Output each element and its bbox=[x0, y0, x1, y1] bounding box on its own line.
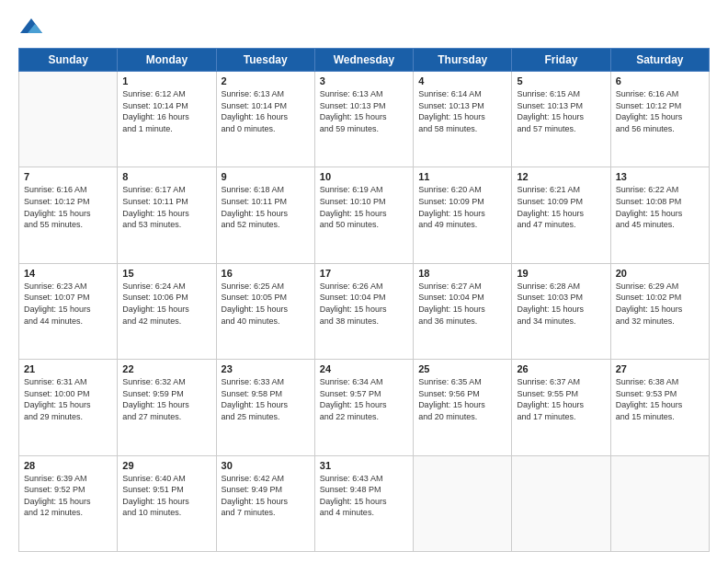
calendar-cell: 9Sunrise: 6:18 AMSunset: 10:11 PMDayligh… bbox=[216, 167, 314, 263]
day-header-tuesday: Tuesday bbox=[216, 49, 314, 72]
day-number: 16 bbox=[222, 268, 310, 279]
calendar-cell bbox=[19, 72, 118, 167]
day-info: Sunrise: 6:33 AMSunset: 9:58 PMDaylight:… bbox=[222, 376, 310, 422]
day-info: Sunrise: 6:42 AMSunset: 9:49 PMDaylight:… bbox=[222, 473, 310, 519]
day-number: 17 bbox=[320, 268, 408, 279]
day-header-sunday: Sunday bbox=[19, 49, 118, 72]
day-info: Sunrise: 6:17 AMSunset: 10:11 PMDaylight… bbox=[122, 184, 210, 230]
calendar-cell: 19Sunrise: 6:28 AMSunset: 10:03 PMDaylig… bbox=[512, 263, 610, 359]
day-header-saturday: Saturday bbox=[610, 49, 709, 72]
day-info: Sunrise: 6:21 AMSunset: 10:09 PMDaylight… bbox=[517, 184, 605, 230]
calendar-cell: 23Sunrise: 6:33 AMSunset: 9:58 PMDayligh… bbox=[216, 360, 314, 455]
day-info: Sunrise: 6:40 AMSunset: 9:51 PMDaylight:… bbox=[122, 473, 210, 519]
calendar: SundayMondayTuesdayWednesdayThursdayFrid… bbox=[18, 48, 710, 552]
day-number: 25 bbox=[418, 363, 506, 374]
day-number: 13 bbox=[616, 171, 704, 182]
calendar-cell: 20Sunrise: 6:29 AMSunset: 10:02 PMDaylig… bbox=[610, 263, 709, 359]
day-info: Sunrise: 6:29 AMSunset: 10:02 PMDaylight… bbox=[616, 281, 704, 327]
calendar-cell: 16Sunrise: 6:25 AMSunset: 10:05 PMDaylig… bbox=[216, 263, 314, 359]
calendar-cell: 3Sunrise: 6:13 AMSunset: 10:13 PMDayligh… bbox=[314, 72, 413, 167]
calendar-cell: 13Sunrise: 6:22 AMSunset: 10:08 PMDaylig… bbox=[610, 167, 709, 263]
day-number: 20 bbox=[616, 268, 704, 279]
day-number: 4 bbox=[418, 75, 506, 86]
day-info: Sunrise: 6:23 AMSunset: 10:07 PMDaylight… bbox=[24, 281, 112, 327]
day-info: Sunrise: 6:35 AMSunset: 9:56 PMDaylight:… bbox=[418, 376, 506, 422]
day-number: 9 bbox=[222, 171, 310, 182]
day-info: Sunrise: 6:38 AMSunset: 9:53 PMDaylight:… bbox=[616, 376, 704, 422]
day-number: 26 bbox=[517, 363, 605, 374]
day-number: 19 bbox=[517, 268, 605, 279]
day-info: Sunrise: 6:37 AMSunset: 9:55 PMDaylight:… bbox=[517, 376, 605, 422]
day-info: Sunrise: 6:13 AMSunset: 10:14 PMDaylight… bbox=[222, 88, 310, 134]
day-header-friday: Friday bbox=[512, 49, 610, 72]
calendar-cell: 5Sunrise: 6:15 AMSunset: 10:13 PMDayligh… bbox=[512, 72, 610, 167]
calendar-cell: 24Sunrise: 6:34 AMSunset: 9:57 PMDayligh… bbox=[314, 360, 413, 455]
day-info: Sunrise: 6:34 AMSunset: 9:57 PMDaylight:… bbox=[320, 376, 408, 422]
logo bbox=[18, 15, 48, 40]
calendar-cell: 4Sunrise: 6:14 AMSunset: 10:13 PMDayligh… bbox=[414, 72, 512, 167]
day-number: 30 bbox=[222, 460, 310, 471]
day-number: 1 bbox=[122, 75, 210, 86]
day-number: 28 bbox=[24, 460, 112, 471]
calendar-cell: 6Sunrise: 6:16 AMSunset: 10:12 PMDayligh… bbox=[610, 72, 709, 167]
day-number: 3 bbox=[320, 75, 408, 86]
day-info: Sunrise: 6:26 AMSunset: 10:04 PMDaylight… bbox=[320, 281, 408, 327]
calendar-cell: 1Sunrise: 6:12 AMSunset: 10:14 PMDayligh… bbox=[118, 72, 216, 167]
day-info: Sunrise: 6:19 AMSunset: 10:10 PMDaylight… bbox=[320, 184, 408, 230]
calendar-cell: 25Sunrise: 6:35 AMSunset: 9:56 PMDayligh… bbox=[414, 360, 512, 455]
day-info: Sunrise: 6:16 AMSunset: 10:12 PMDaylight… bbox=[24, 184, 112, 230]
week-row-2: 14Sunrise: 6:23 AMSunset: 10:07 PMDaylig… bbox=[19, 263, 710, 359]
day-number: 10 bbox=[320, 171, 408, 182]
calendar-cell: 27Sunrise: 6:38 AMSunset: 9:53 PMDayligh… bbox=[610, 360, 709, 455]
day-header-thursday: Thursday bbox=[414, 49, 512, 72]
calendar-cell: 8Sunrise: 6:17 AMSunset: 10:11 PMDayligh… bbox=[118, 167, 216, 263]
day-number: 18 bbox=[418, 268, 506, 279]
day-info: Sunrise: 6:15 AMSunset: 10:13 PMDaylight… bbox=[517, 88, 605, 134]
calendar-cell: 21Sunrise: 6:31 AMSunset: 10:00 PMDaylig… bbox=[19, 360, 118, 455]
day-info: Sunrise: 6:27 AMSunset: 10:04 PMDaylight… bbox=[418, 281, 506, 327]
calendar-cell: 2Sunrise: 6:13 AMSunset: 10:14 PMDayligh… bbox=[216, 72, 314, 167]
day-number: 21 bbox=[24, 363, 112, 374]
calendar-header-row: SundayMondayTuesdayWednesdayThursdayFrid… bbox=[19, 49, 710, 72]
calendar-cell: 10Sunrise: 6:19 AMSunset: 10:10 PMDaylig… bbox=[314, 167, 413, 263]
day-info: Sunrise: 6:12 AMSunset: 10:14 PMDaylight… bbox=[122, 88, 210, 134]
calendar-cell bbox=[610, 455, 709, 551]
day-number: 22 bbox=[122, 363, 210, 374]
calendar-cell: 14Sunrise: 6:23 AMSunset: 10:07 PMDaylig… bbox=[19, 263, 118, 359]
day-header-monday: Monday bbox=[118, 49, 216, 72]
day-info: Sunrise: 6:28 AMSunset: 10:03 PMDaylight… bbox=[517, 281, 605, 327]
day-info: Sunrise: 6:16 AMSunset: 10:12 PMDaylight… bbox=[616, 88, 704, 134]
day-info: Sunrise: 6:24 AMSunset: 10:06 PMDaylight… bbox=[122, 281, 210, 327]
logo-icon bbox=[18, 15, 44, 40]
day-info: Sunrise: 6:32 AMSunset: 9:59 PMDaylight:… bbox=[122, 376, 210, 422]
day-info: Sunrise: 6:43 AMSunset: 9:48 PMDaylight:… bbox=[320, 473, 408, 519]
calendar-cell: 30Sunrise: 6:42 AMSunset: 9:49 PMDayligh… bbox=[216, 455, 314, 551]
calendar-cell: 17Sunrise: 6:26 AMSunset: 10:04 PMDaylig… bbox=[314, 263, 413, 359]
calendar-cell: 28Sunrise: 6:39 AMSunset: 9:52 PMDayligh… bbox=[19, 455, 118, 551]
calendar-cell: 15Sunrise: 6:24 AMSunset: 10:06 PMDaylig… bbox=[118, 263, 216, 359]
day-number: 8 bbox=[122, 171, 210, 182]
calendar-cell bbox=[414, 455, 512, 551]
day-number: 23 bbox=[222, 363, 310, 374]
calendar-cell: 11Sunrise: 6:20 AMSunset: 10:09 PMDaylig… bbox=[414, 167, 512, 263]
day-info: Sunrise: 6:25 AMSunset: 10:05 PMDaylight… bbox=[222, 281, 310, 327]
calendar-cell: 12Sunrise: 6:21 AMSunset: 10:09 PMDaylig… bbox=[512, 167, 610, 263]
week-row-3: 21Sunrise: 6:31 AMSunset: 10:00 PMDaylig… bbox=[19, 360, 710, 455]
week-row-1: 7Sunrise: 6:16 AMSunset: 10:12 PMDayligh… bbox=[19, 167, 710, 263]
day-info: Sunrise: 6:20 AMSunset: 10:09 PMDaylight… bbox=[418, 184, 506, 230]
calendar-cell: 18Sunrise: 6:27 AMSunset: 10:04 PMDaylig… bbox=[414, 263, 512, 359]
header bbox=[18, 15, 710, 40]
week-row-0: 1Sunrise: 6:12 AMSunset: 10:14 PMDayligh… bbox=[19, 72, 710, 167]
day-number: 15 bbox=[122, 268, 210, 279]
calendar-cell: 31Sunrise: 6:43 AMSunset: 9:48 PMDayligh… bbox=[314, 455, 413, 551]
day-info: Sunrise: 6:22 AMSunset: 10:08 PMDaylight… bbox=[616, 184, 704, 230]
calendar-cell: 26Sunrise: 6:37 AMSunset: 9:55 PMDayligh… bbox=[512, 360, 610, 455]
day-number: 24 bbox=[320, 363, 408, 374]
calendar-cell: 29Sunrise: 6:40 AMSunset: 9:51 PMDayligh… bbox=[118, 455, 216, 551]
day-info: Sunrise: 6:39 AMSunset: 9:52 PMDaylight:… bbox=[24, 473, 112, 519]
day-number: 2 bbox=[222, 75, 310, 86]
day-info: Sunrise: 6:13 AMSunset: 10:13 PMDaylight… bbox=[320, 88, 408, 134]
day-number: 31 bbox=[320, 460, 408, 471]
calendar-cell: 7Sunrise: 6:16 AMSunset: 10:12 PMDayligh… bbox=[19, 167, 118, 263]
day-info: Sunrise: 6:18 AMSunset: 10:11 PMDaylight… bbox=[222, 184, 310, 230]
